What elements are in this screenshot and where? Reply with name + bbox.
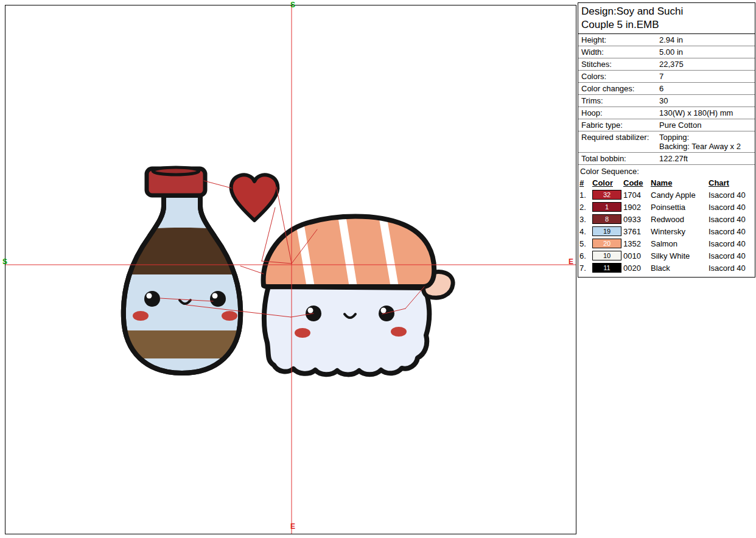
color-sequence-row[interactable]: 7. 11 0020 Black Isacord 40 <box>579 262 754 274</box>
thread-color-swatch[interactable]: 1 <box>592 202 621 212</box>
header-chart: Chart <box>709 178 752 187</box>
property-fabric-type: Fabric type: Pure Cotton <box>578 119 755 131</box>
thread-color-swatch[interactable]: 10 <box>592 251 621 260</box>
property-trims: Trims: 30 <box>578 95 755 107</box>
app-window: S S E E Design:Soy and Suchi Couple 5 in… <box>0 0 756 538</box>
color-sequence-row[interactable]: 5. 20 1352 Salmon Isacord 40 <box>579 237 754 250</box>
end-marker-right: E <box>569 257 573 266</box>
start-marker-top: S <box>290 1 295 9</box>
color-sequence-row[interactable]: 1. 32 1704 Candy Apple Isacord 40 <box>579 189 754 201</box>
color-sequence-table: # Color Code Name Chart 1. 32 1704 Candy… <box>578 176 755 277</box>
end-marker-bottom: E <box>290 522 295 531</box>
property-colors: Colors: 7 <box>578 71 755 83</box>
color-sequence-heading: Color Sequence: <box>578 165 755 176</box>
color-sequence-row[interactable]: 2. 1 1902 Poinsettia Isacord 40 <box>579 201 754 213</box>
start-marker-left: S <box>2 257 7 266</box>
heart <box>231 175 278 220</box>
header-code: Code <box>623 178 649 187</box>
property-hoop: Hoop: 130(W) x 180(H) mm <box>578 107 755 119</box>
thread-color-swatch[interactable]: 11 <box>592 263 621 273</box>
color-sequence-row[interactable]: 4. 19 3761 Wintersky Isacord 40 <box>579 225 754 237</box>
property-color-changes: Color changes: 6 <box>578 83 755 95</box>
color-sequence-row[interactable]: 3. 8 0933 Redwood Isacord 40 <box>579 213 754 225</box>
thread-color-swatch[interactable]: 8 <box>592 214 621 224</box>
header-color: Color <box>592 178 621 187</box>
property-stitches: Stitches: 22,375 <box>578 58 755 71</box>
design-properties: Height: 2.94 in Width: 5.00 in Stitches:… <box>578 34 755 165</box>
thread-color-swatch[interactable]: 32 <box>592 190 621 200</box>
property-width: Width: 5.00 in <box>578 46 755 58</box>
embroidery-design[interactable] <box>119 167 453 374</box>
property-total-bobbin: Total bobbin: 122.27ft <box>578 153 755 165</box>
color-sequence-header-row: # Color Code Name Chart <box>579 177 754 189</box>
thread-color-swatch[interactable]: 19 <box>592 226 621 236</box>
property-height: Height: 2.94 in <box>578 34 755 46</box>
design-title: Design:Soy and Suchi Couple 5 in.EMB <box>578 3 755 34</box>
design-info-panel: Design:Soy and Suchi Couple 5 in.EMB Hei… <box>578 2 755 278</box>
design-canvas[interactable] <box>5 5 576 534</box>
thread-color-swatch[interactable]: 20 <box>592 239 621 248</box>
soy-bottle <box>119 167 245 373</box>
header-name: Name <box>651 178 707 187</box>
header-num: # <box>579 178 590 187</box>
embroidery-design-svg <box>5 5 576 534</box>
color-sequence-row[interactable]: 6. 10 0010 Silky White Isacord 40 <box>579 250 754 262</box>
property-required-stabilizer: Required stabilizer: Topping: Backing: T… <box>578 131 755 153</box>
